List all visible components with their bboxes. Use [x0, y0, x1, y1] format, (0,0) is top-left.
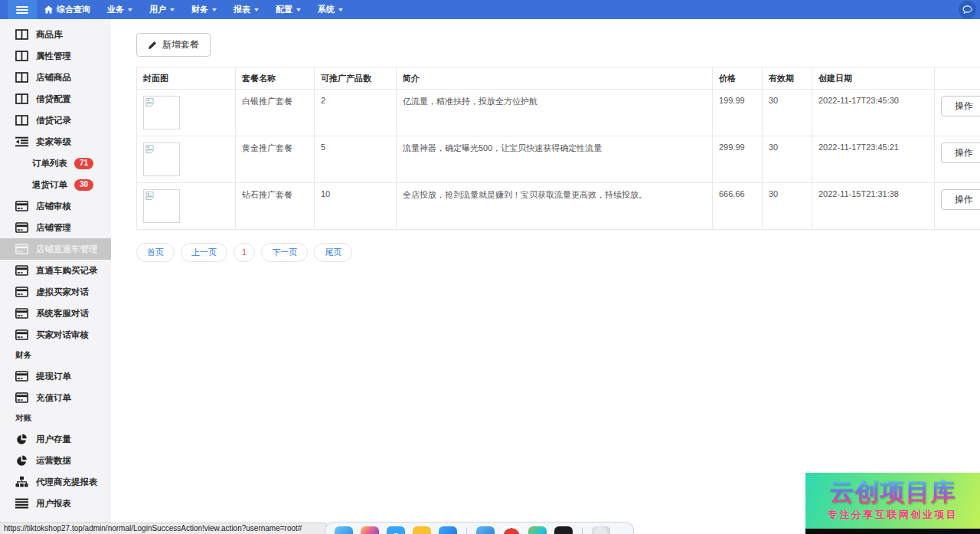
sidebar-item-virtual-buyer-chat[interactable]: 虚拟买家对话	[0, 281, 111, 303]
nav-item-system[interactable]: 系统	[318, 4, 343, 15]
cell-package-name: 钻石推广套餐	[236, 183, 315, 230]
sidebar-section-finance: 财务	[0, 346, 111, 365]
sidebar-item-label: 代理商充提报表	[36, 477, 98, 488]
outdent-icon	[15, 136, 28, 147]
sidebar-item-operation-data[interactable]: 运营数据	[0, 450, 111, 471]
launchpad-icon[interactable]	[361, 526, 379, 534]
macos-dock	[325, 522, 634, 534]
sidebar-item-return-orders[interactable]: 退货订单 30	[0, 174, 111, 195]
pagination-last-button[interactable]: 尾页	[314, 243, 352, 262]
cell-description: 亿流量，精准扶持，投放全方位护航	[397, 90, 713, 136]
nav-menu: 综合查询 业务 用户 财务 报表 配置 系统	[44, 0, 343, 19]
sidebar-item-withdraw-orders[interactable]: 提现订单	[0, 365, 111, 387]
sidebar-item-label: 充值订单	[36, 392, 71, 404]
pagination-first-button[interactable]: 首页	[136, 243, 175, 262]
nav-item-business[interactable]: 业务	[107, 4, 132, 15]
header-validity: 有效期	[763, 68, 812, 90]
nav-item-users[interactable]: 用户	[149, 4, 175, 15]
sidebar-item-label: 店铺商品	[36, 72, 71, 84]
row-action-button[interactable]: 操作	[941, 96, 980, 116]
sidebar-item-seller-level[interactable]: 卖家等级	[0, 131, 111, 152]
watermark-bottom-bar	[805, 529, 980, 534]
chat-button[interactable]	[959, 1, 976, 18]
sidebar-item-buyer-chat-review[interactable]: 买家对话审核	[0, 324, 111, 346]
credit-card-icon	[15, 287, 28, 297]
pagination-current-page[interactable]: 1	[234, 243, 255, 262]
sidebar-toggle-button[interactable]	[8, 0, 37, 19]
columns-icon	[15, 51, 28, 61]
section-label: 财务	[15, 350, 31, 361]
row-action-button[interactable]: 操作	[941, 143, 980, 163]
main-content: 新增套餐 封面图 套餐名称 可推广产品数 简介 价格 有效期 创建日期 白银	[111, 19, 980, 523]
list-icon	[15, 498, 28, 509]
safari-icon[interactable]	[387, 526, 405, 534]
home-icon	[44, 5, 53, 14]
nav-item-reports[interactable]: 报表	[234, 4, 259, 15]
notes-icon[interactable]	[413, 526, 431, 534]
nav-item-label: 报表	[234, 4, 250, 15]
sidebar-item-user-report[interactable]: 用户报表	[0, 493, 111, 514]
sidebar-item-promotion-purchase-records[interactable]: 直通车购买记录	[0, 260, 111, 281]
hamburger-icon	[16, 6, 28, 8]
watermark-subtitle: 专注分享互联网创业项目	[828, 508, 959, 522]
nav-item-label: 配置	[276, 4, 292, 15]
cell-created-date: 2022-11-15T21:31:38	[812, 183, 935, 230]
sidebar-item-system-service-chat[interactable]: 系统客服对话	[0, 303, 111, 324]
header-package-name: 套餐名称	[236, 68, 315, 90]
pie-chart-icon	[15, 455, 28, 466]
header-product-count: 可推广产品数	[315, 68, 397, 90]
nav-item-label: 业务	[107, 4, 124, 15]
app-store-icon[interactable]	[439, 526, 457, 534]
sidebar-item-loan-config[interactable]: 借贷配置	[0, 88, 111, 110]
sidebar-item-label: 属性管理	[36, 51, 71, 62]
sidebar-item-agent-report[interactable]: 代理商充提报表	[0, 471, 111, 493]
sidebar-item-user-stock[interactable]: 用户存量	[0, 428, 111, 450]
pagination-next-button[interactable]: 下一页	[261, 243, 308, 262]
header-actions	[935, 68, 980, 90]
cover-image-placeholder	[143, 143, 180, 176]
add-package-button[interactable]: 新增套餐	[136, 33, 211, 57]
cover-image-placeholder	[143, 189, 180, 223]
nav-item-config[interactable]: 配置	[276, 4, 301, 15]
cell-package-name: 白银推广套餐	[236, 90, 315, 136]
sidebar-item-shop-review[interactable]: 店铺审核	[0, 195, 111, 217]
sidebar: 商品库 属性管理 店铺商品 借贷配置 借贷记录 卖家等级 订单列表 71 退货订…	[0, 19, 111, 523]
top-navbar: 综合查询 业务 用户 财务 报表 配置 系统	[0, 0, 980, 19]
sidebar-item-recharge-orders[interactable]: 充值订单	[0, 387, 111, 408]
row-action-button[interactable]: 操作	[941, 189, 980, 210]
pagination-prev-button[interactable]: 上一页	[181, 243, 227, 262]
pencil-icon	[148, 41, 157, 50]
trash-icon[interactable]	[592, 526, 610, 534]
music-icon[interactable]	[502, 526, 521, 534]
photos-icon[interactable]	[528, 526, 547, 534]
sidebar-item-loan-records[interactable]: 借贷记录	[0, 110, 111, 131]
sidebar-item-shop-promotion-mgmt[interactable]: 店铺直通车管理	[0, 238, 111, 260]
broken-image-icon	[145, 98, 154, 106]
chevron-down-icon	[170, 8, 175, 11]
finder-icon[interactable]	[335, 526, 353, 534]
sidebar-item-shop-mgmt[interactable]: 店铺管理	[0, 217, 111, 238]
sidebar-item-shop-products[interactable]: 店铺商品	[0, 67, 111, 88]
cell-price: 299.99	[713, 136, 763, 183]
nav-item-finance[interactable]: 财务	[191, 4, 217, 15]
watermark-gradient-panel: 云创项目库 专注分享互联网创业项目	[805, 473, 980, 529]
terminal-icon[interactable]	[554, 526, 573, 534]
sidebar-item-order-list[interactable]: 订单列表 71	[0, 152, 111, 174]
nav-item-overview[interactable]: 综合查询	[44, 4, 90, 15]
columns-icon	[15, 93, 28, 104]
sidebar-item-product-library[interactable]: 商品库	[0, 24, 111, 45]
return-count-badge: 30	[74, 179, 93, 191]
mail-icon[interactable]	[476, 526, 495, 534]
sidebar-item-label: 订单列表	[32, 158, 67, 169]
sidebar-item-label: 卖家等级	[36, 136, 71, 148]
watermark-overlay: 云创项目库 专注分享互联网创业项目	[805, 473, 980, 534]
credit-card-icon	[15, 392, 28, 403]
chevron-down-icon	[128, 8, 132, 11]
nav-item-label: 综合查询	[57, 4, 90, 15]
cell-description: 全店投放，抢到流量就是赚到！宝贝获取流量更高效，持续投放。	[397, 183, 713, 230]
sidebar-item-attribute-mgmt[interactable]: 属性管理	[0, 45, 111, 67]
watermark-title: 云创项目库	[830, 480, 956, 504]
sidebar-item-label: 用户存量	[36, 434, 71, 445]
pie-chart-icon	[15, 434, 28, 444]
credit-card-icon	[15, 329, 28, 340]
